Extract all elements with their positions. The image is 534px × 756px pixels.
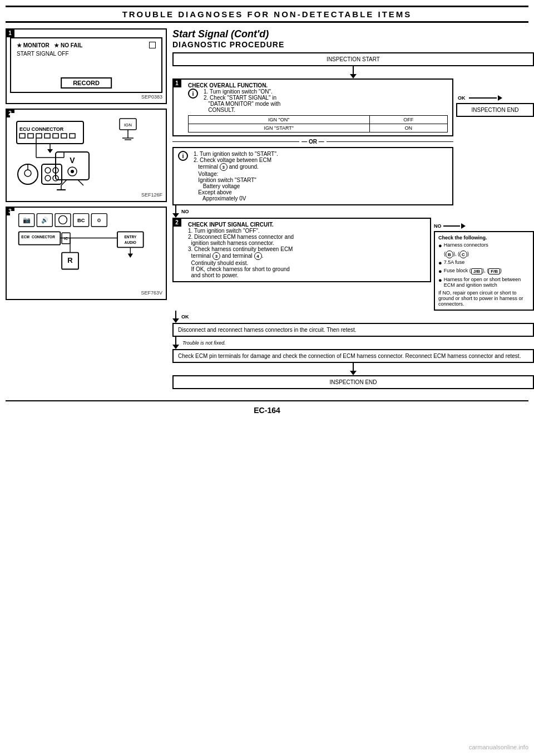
diagram2-svg: ECU CONNECTOR V — [10, 113, 162, 191]
svg-text:📷: 📷 — [23, 216, 31, 224]
ecm-pin-text: Check ECM pin terminals for damage and c… — [178, 353, 521, 359]
svg-text:⚙: ⚙ — [97, 218, 101, 223]
no-label-side: NO — [434, 223, 442, 229]
monitor-checkbox — [149, 42, 156, 48]
trouble-label: Trouble is not fixed. — [182, 340, 226, 346]
watermark: carmanualsonline.info — [469, 744, 528, 750]
side-note-box: Check the following. ● Harness connector… — [434, 231, 534, 311]
block2-num: 2 — [172, 218, 181, 227]
inspection-end-text-1: INSPECTION END — [471, 107, 518, 113]
svg-rect-8 — [70, 134, 75, 138]
bullet-3: ● Fuse block (J/B), (F/B) — [438, 268, 530, 275]
arrow-final-line — [353, 363, 354, 371]
bullet-1: ● Harness connectors — [438, 242, 530, 249]
svg-rect-4 — [36, 134, 42, 138]
svg-text:V: V — [70, 156, 75, 165]
svg-text:AUDIO: AUDIO — [125, 240, 136, 244]
fuse-ref-1: J/B — [471, 268, 482, 274]
or-text: — OR — — [301, 139, 324, 145]
page-header: TROUBLE DIAGNOSES FOR NON-DETECTABLE ITE… — [6, 6, 528, 23]
fuse-ref-2: F/B — [488, 268, 500, 274]
h-arrow-2 — [443, 223, 466, 229]
svg-rect-5 — [44, 134, 50, 138]
trouble-arrow-head — [172, 345, 179, 349]
svg-point-42 — [59, 215, 67, 224]
ok-arrow-down — [172, 311, 179, 323]
block1-title: CHECK OVERALL FUNCTION. — [188, 82, 448, 89]
diagram-box-2: 2 ECU CONNECTOR — [6, 109, 167, 202]
block1-steps: i 1. Turn ignition switch "ON". 2. Check… — [188, 89, 448, 113]
arrow-line-1 — [353, 66, 354, 74]
no-arrow-side-row: NO — [434, 223, 466, 229]
ecm-pin-box: Check ECM pin terminals for damage and c… — [172, 349, 534, 363]
svg-rect-2 — [19, 134, 25, 138]
svg-marker-28 — [47, 149, 53, 153]
right-side: Start Signal (Cont'd) DIAGNOSTIC PROCEDU… — [172, 28, 534, 389]
monitor-label: ★ MONITOR ★ NO FAIL — [17, 42, 82, 48]
terminal-circle-2: 3 — [212, 252, 220, 260]
svg-rect-3 — [28, 134, 33, 138]
inspection-end-text-final: INSPECTION END — [329, 379, 377, 385]
svg-rect-35 — [45, 175, 51, 181]
inspection-start-text: INSPECTION START — [327, 56, 380, 62]
table-cell-ign-start: IGN "START" — [189, 124, 370, 132]
svg-marker-60 — [128, 254, 133, 258]
table-cell-ign-on: IGN "ON" — [189, 116, 370, 124]
h-arrow-line-1 — [469, 97, 497, 99]
diagram-num-1: 1 — [6, 28, 14, 37]
svg-point-12 — [71, 170, 74, 173]
svg-text:BC: BC — [77, 218, 85, 223]
monitor-header: ★ MONITOR ★ NO FAIL — [17, 42, 156, 48]
diagram2-label: SEF126F — [10, 192, 162, 198]
or-separator: — OR — — [172, 139, 453, 145]
info-icon-2: i — [178, 151, 188, 161]
info-icon-1: i — [188, 89, 198, 99]
start-signal-text: START SIGNAL OFF — [17, 51, 69, 57]
block1-step-text: 1. Turn ignition switch "ON". 2. Check "… — [204, 89, 448, 113]
svg-rect-7 — [61, 134, 67, 138]
or-block-content: i 1. Turn ignition switch to "START". 2.… — [178, 151, 448, 202]
section-subtitle: DIAGNOSTIC PROCEDURE — [172, 40, 284, 49]
inspection-end-box-final: INSPECTION END — [172, 375, 534, 389]
h-arrow-head-2 — [461, 223, 466, 229]
block1-content: CHECK OVERALL FUNCTION. i 1. Turn igniti… — [188, 82, 448, 132]
block1-row: 1 CHECK OVERALL FUNCTION. i 1. Turn igni… — [172, 78, 534, 205]
diagram1-label: SEP0383 — [10, 94, 162, 100]
table-cell-off: OFF — [369, 116, 447, 124]
svg-text:ENTRY: ENTRY — [124, 235, 136, 239]
arrow-final-head — [350, 371, 357, 375]
section-title: Start Signal (Cont'd) — [172, 28, 284, 40]
svg-text:ECM: ECM — [21, 235, 29, 239]
bullet-2: ● 7.5A fuse — [438, 259, 530, 267]
inspection-start-box: INSPECTION START — [172, 52, 534, 66]
trouble-arrow — [172, 337, 179, 349]
disconnect-text: Disconnect and reconnect harness connect… — [178, 327, 357, 333]
svg-text:🔊: 🔊 — [41, 217, 48, 224]
ok-arrow-down-line — [175, 311, 176, 318]
block1-num: 1 — [172, 78, 181, 87]
svg-rect-33 — [45, 168, 51, 173]
svg-text:ECU CONNECTOR: ECU CONNECTOR — [19, 126, 64, 132]
arrow-head-1 — [350, 74, 357, 78]
block2-content: CHECK INPUT SIGNAL CIRCUIT. 1. Turn igni… — [188, 222, 426, 278]
left-side: 1 ★ MONITOR ★ NO FAIL START SIGNAL OFF R… — [6, 28, 167, 300]
block2-step-text: 1. Turn ignition switch "OFF". 2. Discon… — [188, 228, 426, 278]
conn-ref-1: B — [446, 251, 453, 258]
bullet-text-2: 7.5A fuse — [444, 259, 465, 265]
ok-label-1: OK — [458, 95, 466, 101]
block2-main: 2 CHECK INPUT SIGNAL CIRCUIT. 1. Turn ig… — [172, 218, 431, 282]
page-container: TROUBLE DIAGNOSES FOR NON-DETECTABLE ITE… — [0, 0, 534, 756]
diagram3-svg: 📷 🔊 BC ⚙ ECM CONNECTOR — [10, 211, 162, 289]
bullet-text-1: Harness connectors — [444, 242, 488, 248]
diagram3-label: SEF763V — [10, 290, 162, 296]
svg-rect-52 — [117, 232, 144, 247]
h-arrow-head-1 — [498, 95, 502, 101]
record-button[interactable]: RECORD — [61, 77, 112, 89]
section-title-area: Start Signal (Cont'd) DIAGNOSTIC PROCEDU… — [172, 28, 284, 49]
h-arrow-line-2 — [443, 225, 460, 227]
svg-text:IGN: IGN — [124, 122, 132, 127]
block1-box: 1 CHECK OVERALL FUNCTION. i 1. Turn igni… — [172, 78, 453, 136]
disconnect-box: Disconnect and reconnect harness connect… — [172, 323, 534, 337]
main-layout: 1 ★ MONITOR ★ NO FAIL START SIGNAL OFF R… — [6, 28, 528, 389]
terminal-circle-3: 4 — [254, 252, 262, 260]
